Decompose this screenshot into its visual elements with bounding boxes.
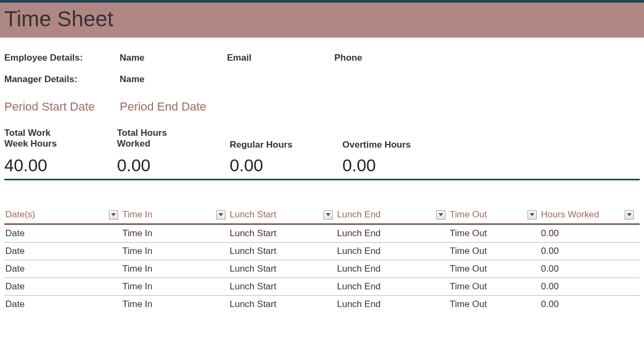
filter-button-time-in[interactable]	[216, 210, 225, 220]
chevron-down-icon	[218, 213, 223, 216]
cell-lunch-start[interactable]: Lunch Start	[229, 225, 336, 242]
employee-details-label: Employee Details:	[4, 53, 120, 63]
table-row: DateTime InLunch StartLunch EndTime Out0…	[4, 260, 640, 278]
cell-hours-worked[interactable]: 0.00	[540, 243, 639, 260]
table-row: DateTime InLunch StartLunch EndTime Out0…	[4, 296, 640, 313]
title-bar: Time Sheet	[0, 3, 644, 38]
cell-lunch-end[interactable]: Lunch End	[336, 278, 449, 295]
summary-total-week: Total WorkWeek Hours 40.00	[4, 128, 117, 176]
period-end-label: Period End Date	[120, 100, 281, 114]
cell-lunch-start[interactable]: Lunch Start	[229, 278, 336, 295]
cell-date[interactable]: Date	[4, 278, 121, 295]
table-row: DateTime InLunch StartLunch EndTime Out0…	[4, 278, 640, 296]
header-time-out-label: Time Out	[450, 209, 487, 220]
summary-total-worked-value: 0.00	[117, 156, 230, 176]
header-time-out: Time Out	[449, 206, 540, 223]
timesheet-document: Time Sheet Employee Details: Name Email …	[0, 0, 644, 313]
table-header-row: Date(s) Time In	[4, 206, 640, 225]
cell-lunch-start[interactable]: Lunch Start	[229, 260, 336, 278]
cell-date[interactable]: Date	[4, 260, 121, 278]
summary-regular: Regular Hours 0.00	[230, 128, 342, 176]
filter-button-time-out[interactable]	[528, 210, 537, 220]
filter-button-lunch-end[interactable]	[436, 210, 445, 220]
manager-name-label: Name	[120, 74, 227, 85]
summary-divider	[4, 179, 640, 180]
body: Employee Details: Name Email Phone Manag…	[0, 38, 644, 313]
cell-time-out[interactable]: Time Out	[449, 278, 540, 295]
header-hours-worked: Hours Worked	[540, 206, 639, 223]
cell-time-in[interactable]: Time In	[121, 278, 229, 295]
filter-button-hours-worked[interactable]	[625, 210, 634, 220]
employee-email-label: Email	[227, 53, 334, 63]
header-lunch-end: Lunch End	[336, 206, 449, 223]
header-dates: Date(s)	[4, 206, 121, 223]
header-lunch-end-label: Lunch End	[337, 209, 380, 220]
manager-details-row: Manager Details: Name	[4, 74, 640, 85]
period-start-label: Period Start Date	[4, 100, 120, 114]
summary-total-week-label: Total WorkWeek Hours	[4, 128, 117, 152]
header-hours-worked-label: Hours Worked	[541, 209, 599, 220]
employee-details-row: Employee Details: Name Email Phone	[4, 53, 640, 63]
chevron-down-icon	[111, 213, 116, 216]
cell-lunch-start[interactable]: Lunch Start	[229, 243, 336, 260]
employee-name-label: Name	[120, 53, 227, 63]
chevron-down-icon	[530, 213, 535, 216]
cell-time-in[interactable]: Time In	[121, 296, 229, 313]
cell-lunch-start[interactable]: Lunch Start	[229, 296, 336, 313]
chevron-down-icon	[627, 213, 632, 216]
cell-lunch-end[interactable]: Lunch End	[336, 296, 449, 313]
cell-hours-worked[interactable]: 0.00	[540, 278, 639, 295]
cell-lunch-end[interactable]: Lunch End	[336, 260, 449, 278]
cell-time-in[interactable]: Time In	[121, 260, 229, 278]
header-time-in-label: Time In	[122, 209, 152, 220]
employee-phone-label: Phone	[334, 53, 442, 63]
filter-button-dates[interactable]	[109, 210, 118, 220]
page-title: Time Sheet	[4, 7, 640, 31]
summary-row: Total WorkWeek Hours 40.00 Total HoursWo…	[4, 128, 640, 176]
summary-overtime-value: 0.00	[342, 156, 455, 176]
table-row: DateTime InLunch StartLunch EndTime Out0…	[4, 243, 640, 260]
summary-regular-label: Regular Hours	[230, 128, 342, 152]
chevron-down-icon	[438, 213, 443, 216]
cell-time-out[interactable]: Time Out	[449, 243, 540, 260]
cell-date[interactable]: Date	[4, 296, 121, 313]
header-lunch-start: Lunch Start	[229, 206, 336, 223]
cell-hours-worked[interactable]: 0.00	[540, 296, 639, 313]
cell-date[interactable]: Date	[4, 243, 121, 260]
header-dates-label: Date(s)	[5, 209, 35, 220]
cell-lunch-end[interactable]: Lunch End	[336, 225, 449, 242]
cell-date[interactable]: Date	[4, 225, 121, 242]
cell-hours-worked[interactable]: 0.00	[540, 260, 639, 278]
header-time-in: Time In	[121, 206, 229, 223]
cell-lunch-end[interactable]: Lunch End	[336, 243, 449, 260]
cell-time-out[interactable]: Time Out	[449, 225, 540, 242]
cell-time-in[interactable]: Time In	[121, 225, 229, 242]
summary-regular-value: 0.00	[230, 156, 342, 176]
cell-time-out[interactable]: Time Out	[449, 296, 540, 313]
table-body: DateTime InLunch StartLunch EndTime Out0…	[4, 225, 640, 313]
entries-table: Date(s) Time In	[4, 206, 640, 313]
summary-total-worked: Total HoursWorked 0.00	[117, 128, 230, 176]
summary-total-worked-label: Total HoursWorked	[117, 128, 230, 152]
cell-hours-worked[interactable]: 0.00	[540, 225, 639, 242]
summary-overtime: Overtime Hours 0.00	[342, 128, 455, 176]
summary-overtime-label: Overtime Hours	[342, 128, 455, 152]
cell-time-out[interactable]: Time Out	[449, 260, 540, 278]
filter-button-lunch-start[interactable]	[324, 210, 333, 220]
header-lunch-start-label: Lunch Start	[230, 209, 276, 220]
cell-time-in[interactable]: Time In	[121, 243, 229, 260]
table-row: DateTime InLunch StartLunch EndTime Out0…	[4, 225, 640, 243]
manager-details-label: Manager Details:	[4, 74, 120, 85]
period-row: Period Start Date Period End Date	[4, 100, 640, 114]
chevron-down-icon	[326, 213, 331, 216]
summary-total-week-value: 40.00	[4, 156, 117, 176]
